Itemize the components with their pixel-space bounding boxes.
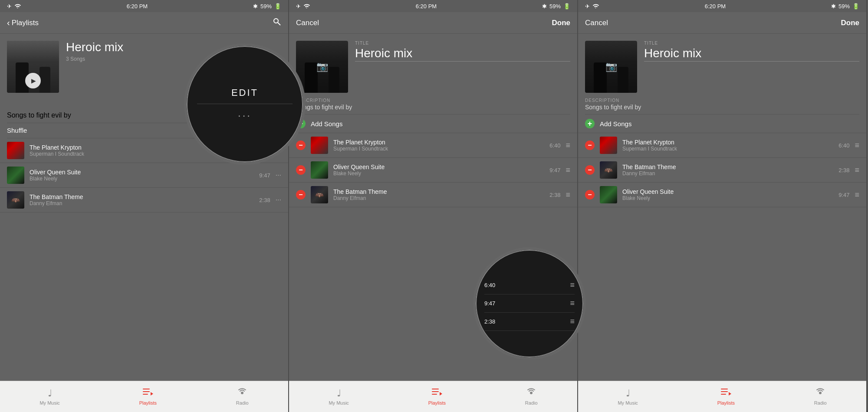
svg-marker-10 — [440, 392, 442, 396]
svg-marker-15 — [729, 392, 731, 396]
song-item-1-2[interactable]: Oliver Queen Suite Blake Neely 9:47 ··· — [0, 163, 288, 188]
tab-radio-1[interactable]: Radio — [233, 386, 252, 407]
bluetooth-icon-2: ✱ — [542, 3, 547, 10]
drag-handle-2-1[interactable]: ≡ — [566, 141, 570, 150]
status-right-3: ✱ 59% 🔋 — [831, 3, 859, 10]
tab-mymusic-2[interactable]: ♩ My Music — [325, 386, 352, 407]
camera-overlay-3[interactable]: 📷 — [585, 41, 637, 93]
camera-overlay-2[interactable]: 📷 — [296, 41, 348, 93]
title-label-2: TITLE — [355, 41, 570, 46]
drag-time-2: 9:47 — [484, 300, 495, 307]
add-songs-row-3[interactable]: + Add Songs — [578, 114, 866, 133]
remove-button-2-2[interactable]: − — [296, 165, 306, 175]
remove-button-2-3[interactable]: − — [296, 190, 306, 199]
song-more-1-3[interactable]: ··· — [276, 196, 281, 204]
svg-point-0 — [274, 19, 278, 23]
playlist-info-3: TITLE — [644, 41, 859, 62]
song-more-1-2[interactable]: ··· — [276, 171, 281, 179]
song-list-2: − The Planet Krypton Superman I Soundtra… — [289, 133, 577, 207]
add-button-3[interactable]: + — [585, 119, 595, 128]
drag-handle-3-3[interactable]: ≡ — [855, 190, 859, 199]
airplane-icon: ✈ — [7, 3, 12, 10]
song-thumb-2-3 — [311, 186, 328, 203]
panel-edit: ✈ 6:20 PM ✱ 59% 🔋 Cancel Done 📷 TI — [289, 0, 578, 412]
status-right-1: ✱ 59% 🔋 — [253, 3, 281, 10]
remove-button-3-3[interactable]: − — [585, 190, 595, 199]
plus-icon-3: + — [588, 120, 592, 128]
chevron-icon-1: ‹ — [7, 18, 10, 28]
tab-radio-3[interactable]: Radio — [811, 386, 830, 407]
drag-handle-3-1[interactable]: ≡ — [855, 141, 859, 150]
battery-icon-2: 🔋 — [563, 3, 570, 10]
song-artist-3-2: Danny Elfman — [622, 170, 833, 177]
song-duration-3-1: 6:40 — [838, 142, 849, 149]
song-name-1-3: The Batman Theme — [30, 193, 254, 200]
tab-mymusic-1[interactable]: ♩ My Music — [36, 386, 63, 407]
magnifier-edit-label: EDIT — [231, 87, 258, 98]
tab-playlists-2[interactable]: Playlists — [425, 386, 449, 407]
title-input-2[interactable] — [355, 46, 570, 62]
song-artist-3-1: Superman I Soundtrack — [622, 146, 833, 152]
tab-mymusic-label-3: My Music — [618, 400, 638, 405]
shuffle-button-1[interactable]: Shuffle — [7, 127, 27, 134]
tab-playlists-label-1: Playlists — [139, 400, 157, 405]
svg-point-11 — [530, 392, 533, 394]
svg-rect-14 — [721, 394, 726, 395]
song-thumb-2-2 — [311, 161, 328, 179]
search-button-1[interactable] — [273, 17, 281, 28]
tab-playlists-3[interactable]: Playlists — [714, 386, 738, 407]
add-songs-row-2[interactable]: + Add Songs — [289, 114, 577, 133]
song-item-1-3[interactable]: The Batman Theme Danny Elfman 2:38 ··· — [0, 188, 288, 213]
svg-line-1 — [278, 23, 280, 25]
status-bar-1: ✈ 6:20 PM ✱ 59% 🔋 — [0, 0, 288, 12]
song-artist-2-2: Blake Neely — [333, 170, 544, 177]
remove-button-3-2[interactable]: − — [585, 165, 595, 175]
song-thumb-3-2 — [600, 161, 617, 179]
tab-radio-2[interactable]: Radio — [522, 386, 541, 407]
status-time-3: 6:20 PM — [705, 3, 726, 10]
done-button-2[interactable]: Done — [552, 19, 571, 27]
song-info-2-1: The Planet Krypton Superman I Soundtrack — [333, 139, 544, 152]
minus-icon-3-2: − — [588, 167, 592, 173]
song-thumb-1-2 — [7, 167, 24, 184]
song-thumb-1-1 — [7, 142, 24, 159]
svg-rect-8 — [432, 391, 439, 392]
song-name-2-2: Oliver Queen Suite — [333, 163, 544, 170]
drag-lines-1: ≡ — [570, 281, 575, 290]
song-artist-2-1: Superman I Soundtrack — [333, 146, 544, 152]
status-time-1: 6:20 PM — [127, 3, 148, 10]
status-bar-3: ✈ 6:20 PM ✱ 59% 🔋 — [578, 0, 866, 12]
magnifier-dots: ··· — [238, 109, 252, 121]
back-button-1[interactable]: ‹ Playlists — [7, 18, 39, 28]
remove-button-2-1[interactable]: − — [296, 141, 306, 150]
tab-mymusic-3[interactable]: ♩ My Music — [614, 386, 641, 407]
tab-radio-label-3: Radio — [814, 400, 827, 405]
done-button-3[interactable]: Done — [841, 19, 860, 27]
song-info-1-2: Oliver Queen Suite Blake Neely — [30, 169, 254, 182]
svg-rect-2 — [143, 389, 150, 389]
drag-songs-mini: 6:40 ≡ 9:47 ≡ 2:38 ≡ — [476, 276, 583, 331]
title-input-3[interactable] — [644, 46, 859, 62]
cancel-button-2[interactable]: Cancel — [296, 19, 319, 27]
music-note-icon-3: ♩ — [626, 388, 630, 399]
tab-playlists-label-2: Playlists — [428, 400, 446, 405]
remove-button-3-1[interactable]: − — [585, 141, 595, 150]
song-duration-2-3: 2:38 — [549, 192, 560, 198]
playlist-icon-2 — [432, 388, 442, 399]
drag-handle-2-2[interactable]: ≡ — [566, 166, 570, 175]
tab-playlists-1[interactable]: Playlists — [136, 386, 160, 407]
song-artist-1-3: Danny Elfman — [30, 200, 254, 206]
song-name-1-2: Oliver Queen Suite — [30, 169, 254, 176]
music-note-icon-2: ♩ — [337, 388, 341, 399]
song-item-2-1: − The Planet Krypton Superman I Soundtra… — [289, 133, 577, 158]
camera-icon-3: 📷 — [605, 61, 617, 72]
drag-handle-2-3[interactable]: ≡ — [566, 190, 570, 199]
drag-handle-3-2[interactable]: ≡ — [855, 166, 859, 175]
status-left-2: ✈ — [296, 3, 310, 10]
drag-lines-2: ≡ — [570, 299, 575, 308]
tab-mymusic-label-1: My Music — [39, 400, 59, 405]
cancel-button-3[interactable]: Cancel — [585, 19, 608, 27]
drag-row-2: 9:47 ≡ — [484, 294, 575, 313]
play-button-1[interactable]: ▶ — [25, 73, 41, 88]
song-item-3-2: − The Batman Theme Danny Elfman 2:38 ≡ — [578, 158, 866, 183]
